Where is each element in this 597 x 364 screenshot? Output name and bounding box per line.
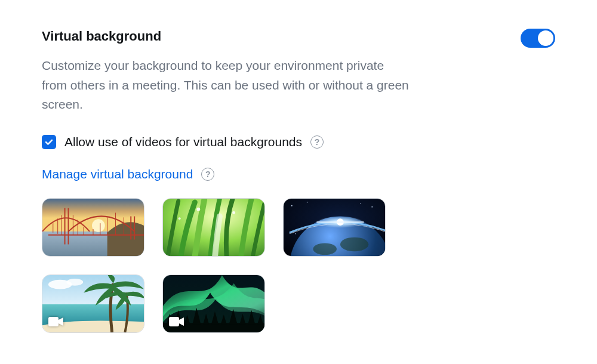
svg-point-5 — [179, 217, 181, 220]
setting-description: Customize your background to keep your e… — [42, 56, 412, 115]
video-badge-icon — [48, 316, 64, 328]
earth-art-icon — [284, 199, 385, 256]
allow-video-bg-label: Allow use of videos for virtual backgrou… — [64, 135, 302, 149]
virtual-background-toggle[interactable] — [521, 29, 555, 48]
background-thumbnail-earth[interactable] — [283, 198, 386, 257]
setting-title: Virtual background — [42, 29, 161, 44]
bridge-art-icon — [42, 199, 144, 256]
svg-point-6 — [232, 211, 235, 214]
svg-point-10 — [371, 206, 373, 207]
svg-rect-19 — [316, 221, 364, 223]
background-thumbnail-grid — [42, 198, 460, 333]
svg-point-13 — [360, 203, 361, 203]
background-thumbnail-beach[interactable] — [42, 274, 144, 333]
help-icon[interactable]: ? — [201, 168, 214, 181]
svg-point-8 — [291, 205, 293, 206]
allow-video-bg-checkbox[interactable] — [42, 135, 56, 149]
svg-point-9 — [307, 202, 307, 202]
help-icon[interactable]: ? — [310, 135, 324, 149]
svg-point-15 — [313, 243, 337, 255]
check-icon — [44, 137, 54, 147]
svg-rect-24 — [48, 317, 59, 326]
svg-point-4 — [196, 207, 200, 211]
background-thumbnail-aurora[interactable] — [162, 274, 265, 333]
svg-point-22 — [67, 279, 84, 286]
background-thumbnail-grass[interactable] — [162, 198, 265, 257]
svg-point-2 — [92, 219, 105, 232]
background-thumbnail-bridge[interactable] — [42, 198, 144, 257]
manage-virtual-background-link[interactable]: Manage virtual background — [42, 167, 193, 181]
video-badge-icon — [169, 316, 184, 328]
svg-point-12 — [295, 233, 296, 234]
svg-rect-27 — [169, 317, 179, 326]
grass-art-icon — [163, 199, 264, 256]
svg-point-16 — [340, 237, 368, 251]
